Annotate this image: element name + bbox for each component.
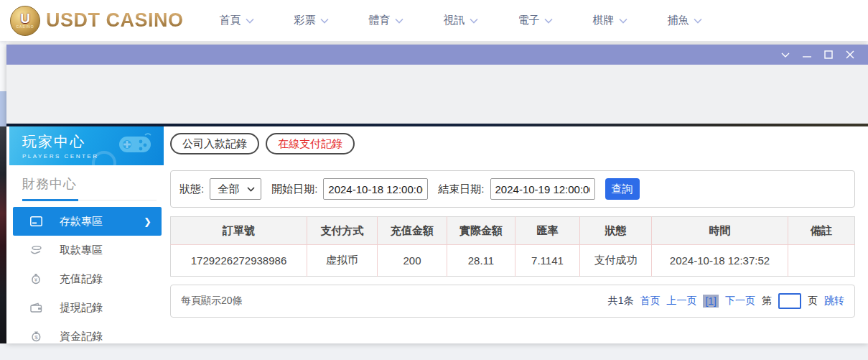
nav-label: 首頁 — [220, 14, 241, 27]
col-time: 時間 — [652, 217, 788, 245]
close-icon[interactable] — [839, 47, 861, 63]
tab-label: 在線支付記錄 — [278, 137, 342, 151]
jump-action-link[interactable]: 跳转 — [824, 295, 844, 308]
nav-item-fishing[interactable]: 捕魚 — [668, 14, 702, 27]
page-background-left — [0, 41, 6, 343]
status-label: 狀態: — [179, 183, 204, 196]
pagination-controls: 共1条 首页 上一页 [1] 下一页 第 页 跳转 — [608, 293, 844, 309]
section-divider — [9, 199, 164, 201]
sidebar-item-deposit[interactable]: 存款專區 ❯ — [13, 207, 162, 236]
col-recharge-amount: 充值金額 — [378, 217, 447, 245]
current-page-indicator: [1] — [703, 295, 719, 308]
start-date-input[interactable] — [323, 178, 428, 200]
svg-text:$: $ — [34, 334, 38, 341]
sidebar-item-label: 存款專區 — [60, 215, 103, 229]
chevron-right-icon: ❯ — [144, 216, 151, 227]
cell-recharge-amount: 200 — [378, 245, 447, 277]
nav-label: 捕魚 — [668, 14, 689, 27]
background-segment — [0, 41, 6, 91]
maximize-icon[interactable] — [818, 47, 839, 63]
sidebar-item-funds-record[interactable]: $ 資金記錄 — [9, 322, 164, 351]
nav-item-slots[interactable]: 電子 — [518, 14, 553, 27]
nav-label: 體育 — [369, 14, 391, 27]
deposit-card-icon — [29, 216, 42, 226]
payment-records-table: 訂單號 支付方式 充值金額 實際金額 匯率 狀態 時間 備註 172922627… — [170, 216, 855, 277]
window-titlebar[interactable] — [6, 45, 868, 65]
table-row: 1729226272938986 虚拟币 200 28.11 7.1141 支付… — [171, 245, 855, 277]
pagination-bar: 每頁顯示20條 共1条 首页 上一页 [1] 下一页 第 页 跳转 — [170, 285, 855, 318]
sidebar-section-title: 財務中心 — [22, 175, 164, 193]
query-button[interactable]: 查詢 — [605, 178, 640, 200]
col-remark: 備註 — [788, 217, 855, 245]
col-status: 狀態 — [580, 217, 652, 245]
window-empty-area — [6, 65, 868, 124]
nav-item-home[interactable]: 首頁 — [220, 14, 254, 27]
page-number-input[interactable] — [778, 293, 801, 309]
tab-label: 公司入款記錄 — [182, 137, 247, 151]
status-select-value: 全部 — [218, 183, 239, 196]
nav-label: 電子 — [518, 14, 540, 27]
chevron-down-icon — [619, 18, 627, 24]
records-main-panel: 公司入款記錄 在線支付記錄 狀態: 全部 開始日期: 結束日期: 查詢 — [164, 126, 868, 343]
record-tabs: 公司入款記錄 在線支付記錄 — [170, 133, 355, 154]
cell-remark — [788, 245, 855, 277]
nav-item-cards[interactable]: 棋牌 — [593, 14, 627, 27]
tab-online-payment-record[interactable]: 在線支付記錄 — [266, 133, 355, 154]
tab-company-deposit-record[interactable]: 公司入款記錄 — [170, 133, 259, 154]
recharge-bag-icon: ¥ — [29, 273, 42, 285]
svg-text:¥: ¥ — [34, 277, 37, 282]
start-date-label: 開始日期: — [271, 183, 317, 196]
jump-prefix-label: 第 — [762, 295, 772, 308]
cell-payment-method: 虚拟币 — [307, 245, 378, 277]
col-actual-amount: 實際金額 — [447, 217, 515, 245]
cell-actual-amount: 28.11 — [447, 245, 515, 277]
chevron-down-icon — [544, 18, 553, 24]
status-select[interactable]: 全部 — [210, 178, 261, 200]
sidebar-header: 玩家中心 PLAYERS CENTER — [9, 126, 164, 165]
main-menu: 首頁 彩票 體育 視訊 電子 棋牌 捕魚 — [220, 14, 702, 27]
end-date-input[interactable] — [490, 178, 595, 200]
withdraw-hand-icon — [29, 245, 42, 255]
nav-item-lottery[interactable]: 彩票 — [294, 14, 329, 27]
cell-status: 支付成功 — [580, 245, 652, 277]
page-size-text: 每頁顯示20條 — [181, 295, 243, 308]
nav-label: 視訊 — [444, 14, 465, 27]
site-navbar: U CASINO USDT CASINO 首頁 彩票 體育 視訊 電子 棋牌 — [0, 0, 868, 41]
minimize-icon[interactable] — [796, 47, 818, 63]
gamepad-icon — [116, 132, 154, 157]
total-count-text: 共1条 — [608, 295, 634, 308]
player-center-sidebar: 玩家中心 PLAYERS CENTER 財務中心 — [9, 126, 164, 343]
col-payment-method: 支付方式 — [307, 217, 378, 245]
nav-item-sports[interactable]: 體育 — [369, 14, 403, 27]
panel-area: 玩家中心 PLAYERS CENTER 財務中心 — [6, 126, 868, 343]
sidebar-item-withdrawal-record[interactable]: 提現記錄 — [9, 293, 164, 322]
sidebar-item-label: 資金記錄 — [60, 330, 103, 343]
chevron-down-icon[interactable] — [775, 47, 796, 63]
col-order-number: 訂單號 — [171, 217, 307, 245]
brand-name: USDT CASINO — [46, 9, 184, 32]
chevron-down-icon — [320, 18, 329, 24]
chevron-down-icon — [247, 187, 255, 192]
background-photo-edge — [0, 126, 6, 343]
brand-logo[interactable]: U CASINO USDT CASINO — [10, 6, 184, 36]
sidebar-item-label: 充值記錄 — [60, 272, 103, 286]
logo-ball-icon: U CASINO — [10, 6, 40, 36]
next-page-link[interactable]: 下一页 — [725, 295, 755, 308]
chevron-down-icon — [694, 18, 702, 24]
prev-page-link[interactable]: 上一页 — [666, 295, 696, 308]
funds-bag-icon: $ — [29, 331, 42, 342]
end-date-label: 結束日期: — [438, 183, 484, 196]
sidebar-item-recharge-record[interactable]: ¥ 充值記錄 — [9, 264, 164, 293]
first-page-link[interactable]: 首页 — [640, 295, 660, 308]
withdrawal-wallet-icon — [29, 303, 42, 313]
cell-exchange-rate: 7.1141 — [515, 245, 580, 277]
nav-item-live[interactable]: 視訊 — [444, 14, 478, 27]
sidebar-item-label: 提現記錄 — [60, 301, 103, 315]
sidebar-item-label: 取款專區 — [60, 244, 103, 257]
sidebar-item-withdraw[interactable]: 取款專區 — [9, 236, 164, 264]
nav-label: 棋牌 — [593, 14, 615, 27]
cell-order-number: 1729226272938986 — [171, 245, 307, 277]
col-exchange-rate: 匯率 — [515, 217, 580, 245]
chevron-down-icon — [395, 18, 403, 24]
player-center-window: 玩家中心 PLAYERS CENTER 財務中心 — [6, 45, 868, 343]
